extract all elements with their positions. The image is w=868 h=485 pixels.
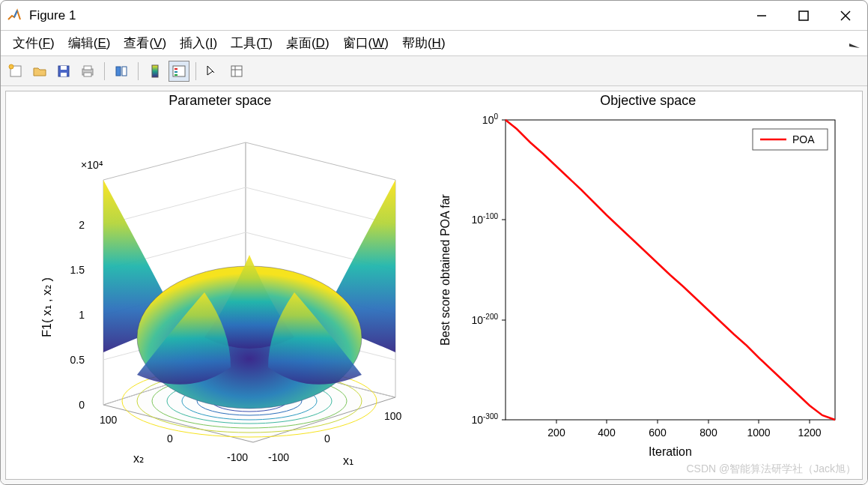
window-title: Figure 1: [29, 8, 755, 23]
edit-plot-button[interactable]: [202, 61, 223, 82]
svg-rect-13: [122, 67, 127, 76]
figure-window: Figure 1 文件(F) 编辑(E) 查看(V) 插入(I) 工具(T) 桌…: [0, 0, 868, 485]
svg-text:1000: 1000: [747, 427, 770, 439]
menu-insert[interactable]: 插入(I): [174, 32, 223, 54]
subplot-objective-space[interactable]: Objective space 100 10-100 10-: [434, 91, 863, 479]
minimize-button[interactable]: [755, 9, 768, 22]
svg-text:-100: -100: [227, 451, 248, 463]
toolbar: [1, 56, 867, 86]
insert-legend-button[interactable]: [169, 61, 189, 82]
matlab-icon: [7, 8, 22, 23]
menu-file[interactable]: 文件(F): [7, 32, 61, 54]
svg-text:100: 100: [384, 410, 402, 422]
svg-text:Best score obtained POA far: Best score obtained POA far: [439, 193, 452, 346]
legend[interactable]: POA: [753, 129, 828, 150]
svg-text:POA: POA: [792, 133, 815, 145]
svg-text:400: 400: [598, 427, 616, 439]
svg-text:100: 100: [100, 414, 118, 426]
svg-text:200: 200: [547, 427, 565, 439]
close-button[interactable]: [839, 9, 852, 22]
link-brush-button[interactable]: [111, 61, 132, 82]
svg-text:100: 100: [482, 112, 498, 126]
maximize-button[interactable]: [797, 9, 810, 22]
open-button[interactable]: [29, 61, 50, 82]
svg-point-5: [9, 64, 13, 69]
svg-rect-8: [61, 73, 67, 76]
svg-text:10-200: 10-200: [471, 313, 498, 326]
semilogy-axes: 100 10-100 10-200 10-300 200 400: [434, 97, 854, 465]
menu-view[interactable]: 查看(V): [118, 32, 172, 54]
svg-rect-10: [84, 66, 91, 70]
svg-text:1200: 1200: [798, 427, 821, 439]
toolbar-sep-3: [195, 62, 196, 80]
property-inspector-button[interactable]: [226, 61, 247, 82]
plots-container: Parameter space: [5, 91, 863, 480]
svg-text:x₂: x₂: [133, 452, 144, 465]
menubar: 文件(F) 编辑(E) 查看(V) 插入(I) 工具(T) 桌面(D) 窗口(W…: [1, 31, 867, 56]
surface3d-axes: 0 0.5 1 1.5 2 ×10⁴ 100 0 -100 -100 0 100…: [6, 97, 425, 465]
new-figure-button[interactable]: [5, 61, 26, 82]
toolbar-sep-1: [104, 62, 105, 80]
svg-rect-11: [84, 73, 91, 76]
svg-text:1: 1: [79, 309, 85, 321]
svg-text:10-300: 10-300: [471, 412, 498, 426]
menu-window[interactable]: 窗口(W): [337, 32, 395, 54]
figure-area: Parameter space: [1, 86, 867, 484]
svg-text:F1( x₁ , x₂ ): F1( x₁ , x₂ ): [40, 277, 53, 337]
save-button[interactable]: [53, 61, 74, 82]
svg-text:Iteration: Iteration: [649, 445, 692, 458]
menu-desktop[interactable]: 桌面(D): [280, 32, 336, 54]
svg-text:600: 600: [649, 427, 667, 439]
svg-text:×10⁴: ×10⁴: [81, 159, 103, 171]
insert-colorbar-button[interactable]: [145, 61, 166, 82]
svg-text:x₁: x₁: [343, 454, 353, 465]
svg-text:10-100: 10-100: [471, 212, 498, 226]
svg-rect-19: [231, 66, 242, 76]
window-controls: [755, 9, 861, 22]
titlebar: Figure 1: [1, 1, 867, 31]
svg-text:0: 0: [167, 433, 173, 445]
svg-rect-7: [61, 66, 67, 70]
print-button[interactable]: [77, 61, 98, 82]
svg-text:0.5: 0.5: [70, 354, 85, 366]
toolbar-sep-2: [138, 62, 139, 80]
svg-text:800: 800: [699, 427, 717, 439]
svg-rect-1: [799, 11, 808, 20]
svg-text:0: 0: [324, 433, 330, 445]
menu-edit[interactable]: 编辑(E): [62, 32, 117, 54]
subplot-parameter-space[interactable]: Parameter space: [6, 91, 434, 479]
svg-rect-14: [152, 65, 158, 77]
svg-text:1.5: 1.5: [70, 264, 85, 276]
dock-icon[interactable]: [849, 40, 861, 47]
svg-rect-12: [116, 67, 121, 76]
svg-text:0: 0: [79, 399, 85, 411]
svg-text:2: 2: [79, 219, 85, 231]
menu-tools[interactable]: 工具(T): [225, 32, 279, 54]
svg-text:-100: -100: [268, 451, 289, 463]
menu-help[interactable]: 帮助(H): [396, 32, 452, 54]
